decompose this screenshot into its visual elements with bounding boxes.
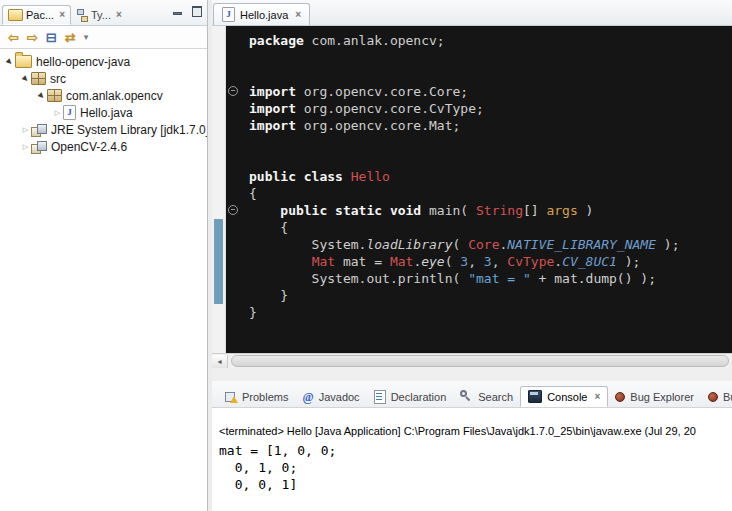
package-explorer-toolbar: ⇦ ⇨ ⊟ ⇄ ▾	[0, 26, 207, 49]
java-file-letter: J	[226, 10, 231, 19]
code-line[interactable]	[249, 134, 732, 151]
scroll-left-icon[interactable]: ◂	[212, 355, 228, 368]
folding-ruler[interactable]	[226, 26, 241, 353]
code-line[interactable]: import org.opencv.core.CvType;	[249, 100, 732, 117]
code-line[interactable]: System.loadLibrary( Core.NATIVE_LIBRARY_…	[249, 236, 732, 253]
code-line[interactable]: import org.opencv.core.Mat;	[249, 117, 732, 134]
code-token: args	[546, 203, 577, 218]
code-token: main(	[421, 203, 476, 218]
annotation-ruler[interactable]	[212, 26, 226, 353]
fold-collapse-icon[interactable]	[228, 86, 238, 96]
editor-tab-label: Hello.java	[240, 9, 288, 21]
view-menu-icon[interactable]: ▾	[84, 33, 89, 42]
code-line[interactable]: import org.opencv.core.Core;	[249, 83, 732, 100]
bug-icon	[615, 392, 625, 402]
close-icon[interactable]: ×	[295, 10, 301, 20]
collapsed-arrow-icon[interactable]: ▷	[20, 143, 31, 151]
horizontal-sash[interactable]	[212, 368, 732, 381]
tab-javadoc[interactable]: @Javadoc	[295, 386, 366, 407]
tree-item-label: com.anlak.opencv	[66, 89, 163, 103]
tree-item-hello-java[interactable]: ▷JHello.java	[0, 104, 207, 121]
code-line[interactable]: Mat mat = Mat.eye( 3, 3, CvType.CV_8UC1 …	[249, 253, 732, 270]
tab-problems[interactable]: Problems	[218, 386, 295, 407]
bottom-tabbar: Problems@JavadocDeclarationSearchConsole…	[212, 381, 732, 408]
console-view[interactable]: <terminated> Hello [Java Application] C:…	[212, 408, 732, 511]
java-project-icon	[15, 55, 32, 68]
maximize-view-button[interactable]	[190, 5, 203, 17]
code-line[interactable]: public class Hello	[249, 168, 732, 185]
minimize-view-button[interactable]	[171, 5, 184, 17]
editor-tab-hello-java[interactable]: J Hello.java ×	[213, 3, 310, 25]
code-token: "mat = "	[468, 271, 531, 286]
tab-declaration[interactable]: Declaration	[367, 386, 454, 407]
close-icon[interactable]: ×	[594, 392, 600, 402]
tab-console[interactable]: Console×	[520, 386, 608, 407]
search-icon	[460, 390, 473, 403]
tab-label: Console	[547, 391, 587, 403]
tree-item-label: hello-opencv-java	[36, 55, 130, 69]
code-line[interactable]	[249, 151, 732, 168]
collapsed-arrow-icon[interactable]: ▷	[52, 109, 63, 117]
code-line[interactable]: }	[249, 287, 732, 304]
tab-bug-explorer[interactable]: Bug Explorer	[608, 386, 701, 407]
tree-item-com-anlak-opencv[interactable]: ▶com.anlak.opencv	[0, 87, 207, 104]
code-token: NATIVE_LIBRARY_NAME	[507, 237, 656, 252]
fold-collapse-icon[interactable]	[228, 205, 238, 215]
code-token: String	[476, 203, 523, 218]
back-icon[interactable]: ⇦	[8, 31, 19, 44]
code-token: import	[249, 84, 296, 99]
code-token: {	[249, 186, 257, 201]
code-token: CV_8UC1	[562, 254, 617, 269]
code-line[interactable]	[249, 49, 732, 66]
collapsed-arrow-icon[interactable]: ▷	[20, 126, 31, 134]
package-explorer-view: Pac...×Ty...× ⇦ ⇨ ⊟ ⇄ ▾ ▶hello-opencv-ja…	[0, 0, 208, 511]
code-line[interactable]: public static void main( String[] args )	[249, 202, 732, 219]
editor-area[interactable]: package com.anlak.opencv;import org.open…	[212, 26, 732, 353]
link-with-editor-icon[interactable]: ⇄	[65, 31, 76, 44]
view-tab-pac[interactable]: Pac...×	[2, 5, 71, 25]
code-line[interactable]	[249, 66, 732, 83]
code-line[interactable]: }	[249, 304, 732, 321]
type-hierarchy-icon	[76, 9, 88, 21]
package-explorer-tree: ▶hello-opencv-java▶src▶com.anlak.opencv▷…	[0, 49, 207, 511]
tree-item-src[interactable]: ▶src	[0, 70, 207, 87]
package-explorer-icon	[8, 9, 23, 21]
close-icon[interactable]: ×	[59, 10, 65, 20]
editor-horizontal-scrollbar[interactable]: ◂	[212, 353, 732, 368]
view-tab-label: Ty...	[91, 9, 111, 21]
console-output-line: 0, 1, 0;	[219, 459, 732, 476]
console-output-line: 0, 0, 1]	[219, 476, 732, 493]
code-line[interactable]: package com.anlak.opencv;	[249, 32, 732, 49]
collapse-all-icon[interactable]: ⊟	[46, 31, 57, 44]
code-line[interactable]: System.out.println( "mat = " + mat.dump(…	[249, 270, 732, 287]
scrollbar-thumb[interactable]	[231, 355, 729, 367]
code-token: 3	[460, 254, 468, 269]
code-token: []	[523, 203, 546, 218]
console-output-line: mat = [1, 0, 0;	[219, 442, 732, 459]
tab-search[interactable]: Search	[453, 386, 520, 407]
view-tab-ty[interactable]: Ty...×	[71, 5, 127, 25]
range-indicator	[214, 219, 223, 304]
tree-item-opencv-2-4-6[interactable]: ▷OpenCV-2.4.6	[0, 138, 207, 155]
code-line[interactable]: {	[249, 219, 732, 236]
tab-label: Search	[478, 391, 513, 403]
code-line[interactable]: {	[249, 185, 732, 202]
tab-label: Declaration	[391, 391, 447, 403]
tree-item-label: Hello.java	[80, 106, 133, 120]
code-token: public static void	[280, 203, 421, 218]
code-area[interactable]: package com.anlak.opencv;import org.open…	[241, 26, 732, 353]
tree-item-label: src	[50, 72, 66, 86]
tree-item-jre-system-library-jdk1-7-0-25[interactable]: ▷JRE System Library [jdk1.7.0_25]	[0, 121, 207, 138]
forward-icon[interactable]: ⇨	[27, 31, 38, 44]
tree-item-hello-opencv-java[interactable]: ▶hello-opencv-java	[0, 53, 207, 70]
code-token: System.	[249, 237, 366, 252]
code-token: (	[453, 237, 469, 252]
java-file-letter: J	[67, 108, 72, 117]
tab-label: Bug Explorer	[630, 391, 694, 403]
code-token: (	[445, 254, 461, 269]
close-icon[interactable]: ×	[116, 10, 122, 20]
tab-bug[interactable]: Bug	[701, 386, 732, 407]
tree-item-label: OpenCV-2.4.6	[51, 140, 127, 154]
code-token: {	[249, 220, 288, 235]
code-token: org.opencv.core.CvType;	[296, 101, 484, 116]
